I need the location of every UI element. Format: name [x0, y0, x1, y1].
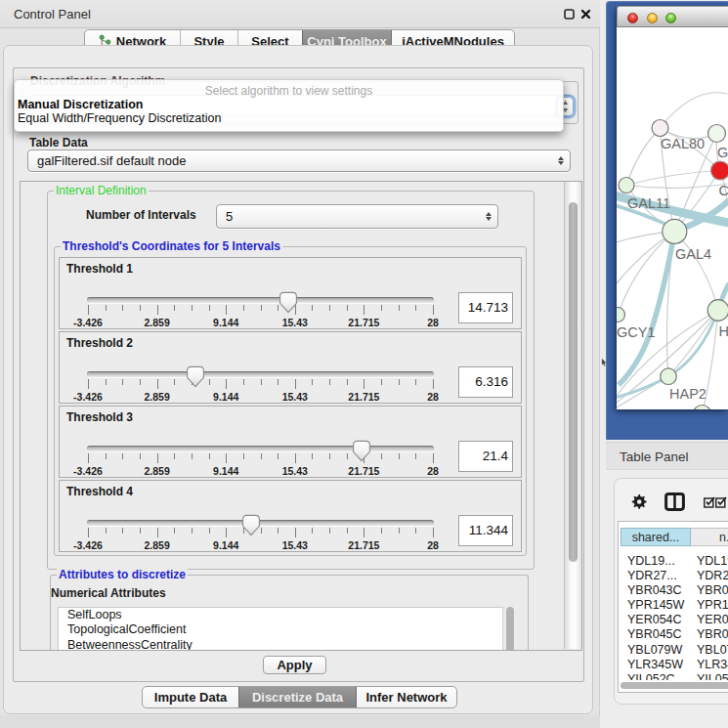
mac-close-button[interactable] [627, 13, 638, 23]
network-edge[interactable] [661, 93, 728, 128]
slider-track[interactable] [87, 446, 434, 451]
slider-tick-label: 9.144 [213, 317, 238, 328]
node-label: HAP2 [669, 386, 707, 402]
slider-minor-tick [122, 305, 123, 311]
slider-minor-tick [399, 528, 400, 534]
node-gcy1[interactable] [617, 308, 625, 322]
close-icon[interactable] [580, 9, 591, 20]
slider-tick-label: 21.715 [348, 465, 379, 477]
threshold-label: Threshold 2 [66, 336, 133, 350]
slider-thumb[interactable] [352, 440, 371, 463]
attribute-list-item[interactable]: BetweennessCentrality [59, 638, 502, 650]
mac-minimize-button[interactable] [647, 13, 658, 23]
table-row[interactable]: YDR27...YDR27... [619, 569, 728, 583]
network-edge[interactable] [626, 184, 728, 188]
table-data-combobox[interactable]: galFiltered.sif default node [27, 150, 571, 172]
node-selected-red[interactable] [711, 161, 728, 180]
table-header-name[interactable]: n... [691, 528, 728, 546]
network-edge[interactable] [626, 128, 661, 186]
table-row[interactable]: YER054CYER054C [619, 613, 728, 627]
number-of-intervals-value: 5 [217, 209, 480, 224]
network-edge[interactable] [626, 171, 720, 186]
threshold-value-field[interactable]: 21.4 [458, 441, 513, 472]
slider-minor-tick [381, 379, 382, 385]
node-top-right[interactable] [708, 125, 726, 143]
node-hap2[interactable] [661, 368, 677, 385]
slider-track[interactable] [87, 297, 434, 303]
mode-tab-label: Impute Data [154, 690, 227, 705]
control-panel-titlebar[interactable]: Control Panel [0, 0, 600, 28]
slider-track[interactable] [87, 371, 434, 377]
slider-minor-tick [106, 305, 107, 311]
interval-definition-group: Interval Definition Number of Intervals … [47, 191, 535, 570]
network-edge[interactable] [674, 232, 718, 311]
checkbox-checked-icon[interactable] [715, 496, 727, 508]
mode-tab-infer-network[interactable]: Infer Network [356, 687, 456, 707]
slider-minor-tick [381, 305, 382, 311]
slider-tick-label: 2.859 [144, 539, 169, 551]
table-cell-shared-name: YDL19... [627, 554, 675, 569]
table-row[interactable]: YLR345WYLR345W [619, 658, 728, 672]
node-attribute-table[interactable]: shared... n... YDL19...YDL19...YDR27...Y… [618, 521, 728, 693]
table-row[interactable]: YBR045CYBR045C [619, 627, 728, 642]
slider-tick-label: 15.43 [282, 539, 308, 551]
attributes-list-scrollbar-thumb[interactable] [506, 607, 515, 650]
slider-minor-tick [174, 379, 175, 385]
number-of-intervals-combobox[interactable]: 5 [216, 204, 498, 229]
slider-tick-label: 9.144 [213, 391, 238, 403]
slider-minor-tick [278, 528, 278, 534]
mode-tab-label: Discretize Data [252, 690, 343, 705]
slider-tick-label: -3.426 [73, 391, 103, 403]
table-row[interactable]: YBR043CYBR043C [619, 583, 728, 598]
float-window-icon[interactable] [564, 9, 575, 20]
slider-minor-tick [261, 453, 262, 459]
node-bottom-partial[interactable] [694, 406, 711, 410]
slider-minor-tick [347, 528, 348, 534]
node-gal4[interactable] [663, 219, 687, 243]
slider-minor-tick [399, 305, 400, 311]
table-row[interactable]: YDL19...YDL19... [619, 554, 728, 569]
gear-icon[interactable] [630, 493, 647, 510]
threshold-value-field[interactable]: 11.344 [458, 515, 513, 546]
table-row[interactable]: YBL079WYBL079W [619, 643, 728, 658]
node-gal11[interactable] [619, 178, 634, 193]
slider-major-tick [226, 305, 227, 315]
mode-tab-impute-data[interactable]: Impute Data [143, 687, 238, 707]
attribute-list-item[interactable]: TopologicalCoefficient [59, 622, 502, 637]
slider-tick-label: -3.426 [73, 465, 103, 477]
algorithm-popup-item-1[interactable]: Manual Discretization [18, 98, 144, 111]
node-gal80-neighbor[interactable] [652, 120, 668, 137]
network-canvas[interactable]: GAL80GACGAL11GAL4GCY1HHAP2 [617, 27, 728, 409]
slider-thumb[interactable] [278, 291, 298, 315]
slider-minor-tick [347, 379, 348, 385]
table-cell-shared-name: YBL079W [627, 643, 682, 658]
table-row[interactable]: YPR145WYPR145W [619, 598, 728, 613]
threshold-value-field[interactable]: 14.713 [458, 292, 513, 323]
slider-minor-tick [106, 528, 107, 534]
attribute-list-item[interactable]: SelfLoops [59, 608, 502, 622]
slider-minor-tick [140, 305, 141, 311]
algorithm-popup-item-2[interactable]: Equal Width/Frequency Discretization [18, 111, 221, 125]
table-cell-name: YBR043C [697, 583, 728, 598]
slider-thumb[interactable] [241, 514, 261, 537]
slider-minor-tick [174, 305, 175, 311]
desktop-background-strip [0, 715, 600, 728]
checkbox-checked-icon[interactable] [704, 496, 715, 508]
window-title: Control Panel [14, 7, 91, 21]
columns-icon[interactable] [664, 492, 685, 511]
settings-scrollbar-thumb[interactable] [569, 202, 578, 562]
threshold-value-field[interactable]: 6.316 [458, 366, 513, 398]
numerical-attributes-list[interactable]: SelfLoopsTopologicalCoefficientBetweenne… [58, 607, 503, 650]
settings-scrollpane: Interval Definition Number of Intervals … [20, 181, 582, 651]
node-h[interactable] [707, 300, 728, 321]
mac-zoom-button[interactable] [665, 13, 676, 23]
network-window-titlebar[interactable] [617, 6, 728, 27]
table-hscrollbar-thumb[interactable] [621, 682, 728, 689]
algorithm-dropdown-popup: Select algorithm to view settingsManual … [14, 79, 564, 132]
table-header-shared[interactable]: shared... [621, 528, 691, 546]
table-hscrollbar-track[interactable] [619, 680, 728, 692]
slider-thumb[interactable] [186, 365, 205, 389]
slider-major-tick [364, 379, 364, 389]
mode-tab-discretize-data[interactable]: Discretize Data [238, 687, 356, 707]
apply-button[interactable]: Apply [263, 656, 326, 674]
